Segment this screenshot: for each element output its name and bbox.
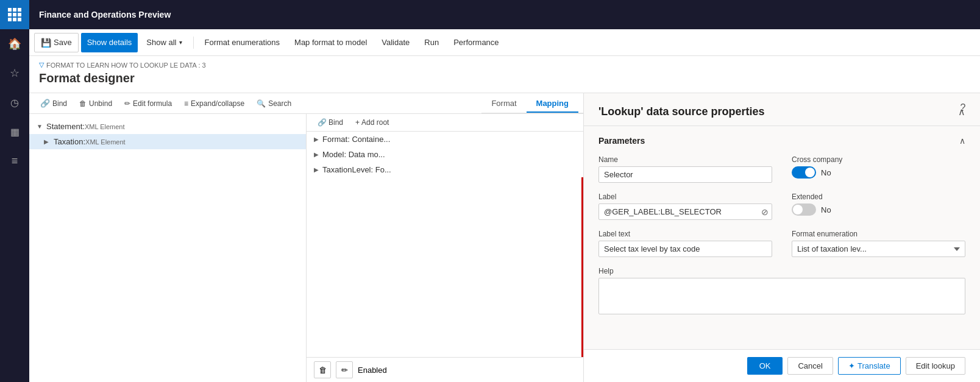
sidebar-item-workspaces[interactable]: ▦	[0, 117, 29, 146]
properties-body: Parameters ∧ Name Cross company	[584, 126, 980, 349]
left-content: ▼ Statement: XML Element ▶ Taxation: XML…	[29, 114, 583, 382]
sec-tools: 🔗 Bind 🗑 Unbind ✏ Edit formula ≡ Expand/…	[29, 93, 481, 113]
sidebar-item-recent[interactable]: ◷	[0, 88, 29, 117]
toggle-thumb	[805, 168, 815, 177]
app-title: Finance and Operations Preview	[39, 10, 171, 19]
cross-company-field: Cross company No	[792, 155, 965, 183]
expand-format-icon: ▶	[314, 136, 319, 143]
main-toolbar: 💾 Save Show details Show all ▾ Format en…	[29, 29, 980, 56]
help-textarea[interactable]	[598, 278, 965, 314]
run-button[interactable]: Run	[418, 33, 445, 52]
ok-button[interactable]: OK	[747, 357, 783, 375]
search-button[interactable]: 🔍 Search	[253, 97, 295, 110]
edit-mapping-button[interactable]: ✏	[336, 361, 353, 378]
sidebar-item-home[interactable]: 🏠	[0, 29, 29, 58]
page-title: Format designer	[39, 71, 970, 85]
label-input[interactable]	[598, 203, 772, 220]
add-root-button[interactable]: + Add root	[352, 116, 392, 129]
label-label: Label	[598, 193, 772, 201]
extended-field: Extended No	[792, 193, 965, 220]
cancel-button[interactable]: Cancel	[787, 357, 833, 375]
tree-item-statement[interactable]: ▼ Statement: XML Element	[29, 119, 306, 134]
label-input-wrapper: ⊘	[598, 203, 772, 220]
sidebar: 🏠 ☆ ◷ ▦ ≡	[0, 0, 29, 382]
validate-button[interactable]: Validate	[375, 33, 416, 52]
translate-button[interactable]: ✦ Translate	[838, 357, 901, 375]
extended-toggle-row: No	[792, 203, 965, 216]
mapping-toolbar: 🗑 ✏ Enabled	[307, 357, 583, 382]
section-header[interactable]: Parameters ∧	[598, 136, 965, 146]
cross-company-label: Cross company	[792, 155, 965, 164]
app-launcher-button[interactable]	[0, 0, 29, 29]
format-enumeration-label: Format enumeration	[792, 230, 965, 238]
unlink-icon: 🗑	[79, 99, 87, 108]
cross-company-value: No	[821, 168, 831, 177]
add-icon: +	[355, 118, 360, 127]
extended-toggle[interactable]	[792, 203, 816, 216]
mapping-item-taxation[interactable]: ▶ TaxationLevel: Fo...	[307, 162, 583, 177]
extended-value: No	[821, 205, 831, 214]
unbind-button[interactable]: 🗑 Unbind	[76, 97, 116, 110]
tab-bar: Format Mapping	[481, 95, 583, 113]
secondary-toolbar-row: 🔗 Bind 🗑 Unbind ✏ Edit formula ≡ Expand/…	[29, 93, 583, 114]
expand-taxation-icon: ▶	[314, 166, 319, 173]
label-text-field: Label text	[598, 230, 772, 257]
content-split: 🔗 Bind 🗑 Unbind ✏ Edit formula ≡ Expand/…	[29, 93, 980, 382]
tab-mapping[interactable]: Mapping	[527, 95, 578, 113]
section-title: Parameters	[598, 136, 645, 146]
edit-icon: ✏	[124, 99, 130, 108]
sidebar-item-allmodules[interactable]: ≡	[0, 146, 29, 175]
bind-button[interactable]: 🔗 Bind	[37, 97, 71, 110]
edit-lookup-button[interactable]: Edit lookup	[906, 357, 965, 375]
collapse-icon: ▼	[37, 123, 44, 130]
name-field: Name	[598, 155, 772, 183]
extended-label: Extended	[792, 193, 965, 201]
mapping-item-format[interactable]: ▶ Format: Containe...	[307, 132, 583, 147]
main-area: Finance and Operations Preview 💾 Save Sh…	[29, 0, 980, 382]
left-panel: 🔗 Bind 🗑 Unbind ✏ Edit formula ≡ Expand/…	[29, 93, 584, 382]
performance-button[interactable]: Performance	[447, 33, 505, 52]
props-grid: Name Cross company No	[598, 155, 965, 314]
extended-toggle-thumb	[793, 205, 803, 214]
mapping-item-model[interactable]: ▶ Model: Data mo...	[307, 147, 583, 162]
link-icon: 🔗	[40, 99, 50, 108]
tree-item-taxation[interactable]: ▶ Taxation: XML Element	[29, 134, 306, 149]
mapping-column: 🔗 Bind + Add root ▶ Format: Containe...	[307, 114, 583, 382]
bind-toolbar: 🔗 Bind + Add root	[307, 114, 583, 132]
name-input[interactable]	[598, 166, 772, 183]
label-text-input[interactable]	[598, 241, 772, 257]
format-enumeration-select[interactable]: List of taxation lev...List taxation	[792, 241, 965, 257]
cross-company-toggle[interactable]	[792, 166, 816, 179]
link-mapping-icon: 🔗	[318, 118, 327, 127]
show-all-button[interactable]: Show all ▾	[140, 33, 188, 52]
save-button[interactable]: 💾 Save	[34, 33, 79, 52]
name-label: Name	[598, 155, 772, 164]
properties-title: 'Lookup' data source properties	[598, 105, 765, 118]
format-enumerations-button[interactable]: Format enumerations	[199, 33, 286, 52]
format-enumeration-field: Format enumeration List of taxation lev.…	[792, 230, 965, 257]
show-details-button[interactable]: Show details	[81, 33, 138, 52]
right-panel: ? 'Lookup' data source properties ∧ Para…	[584, 93, 980, 382]
search-icon: 🔍	[257, 99, 266, 108]
map-format-button[interactable]: Map format to model	[288, 33, 373, 52]
tab-format[interactable]: Format	[481, 95, 526, 113]
section-toggle-icon: ∧	[959, 136, 965, 146]
breadcrumb: ▽ FORMAT TO LEARN HOW TO LOOKUP LE DATA …	[39, 61, 970, 69]
label-clear-button[interactable]: ⊘	[761, 207, 769, 217]
pencil-icon: ✏	[341, 366, 348, 375]
translate-icon: ✦	[848, 361, 855, 370]
label-field: Label ⊘	[598, 193, 772, 220]
expand-model-icon: ▶	[314, 151, 319, 158]
expand-icon: ≡	[184, 99, 188, 108]
sidebar-item-favorites[interactable]: ☆	[0, 58, 29, 88]
properties-header: 'Lookup' data source properties ∧	[584, 93, 980, 126]
edit-formula-button[interactable]: ✏ Edit formula	[121, 97, 176, 110]
delete-mapping-button[interactable]: 🗑	[314, 361, 331, 378]
title-bar: Finance and Operations Preview	[29, 0, 980, 29]
bind-mapping-button[interactable]: 🔗 Bind	[314, 116, 347, 129]
enabled-label: Enabled	[358, 366, 387, 375]
expand-collapse-button[interactable]: ≡ Expand/collapse	[180, 97, 248, 110]
show-all-dropdown-arrow: ▾	[179, 39, 182, 46]
help-button[interactable]: ?	[956, 101, 970, 115]
expand-icon: ▶	[44, 138, 51, 145]
